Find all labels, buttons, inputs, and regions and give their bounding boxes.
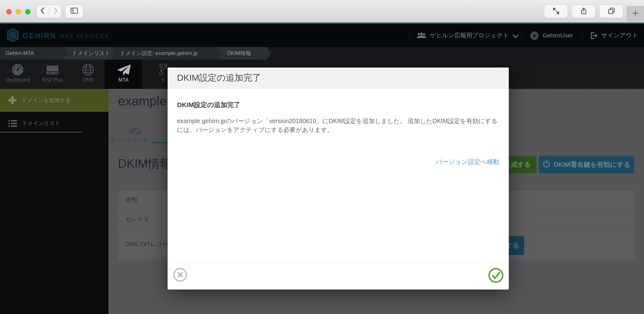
breadcrumb-item-domain-list[interactable]: ドメインリスト bbox=[64, 47, 111, 60]
browser-toolbar bbox=[0, 0, 644, 23]
section-title: DKIM情報 bbox=[118, 156, 172, 172]
fullscreen-button[interactable] bbox=[544, 5, 568, 18]
nav-label: E bbox=[162, 77, 165, 83]
gauge-icon bbox=[128, 123, 142, 136]
logo-text: GEHIRN bbox=[23, 32, 56, 40]
forward-button[interactable] bbox=[49, 5, 62, 18]
project-selector[interactable]: ゲヒルン広報用プロジェクト bbox=[417, 24, 519, 47]
sidebar: ドメインを追加する ドメインリスト bbox=[0, 89, 108, 314]
history-nav-group bbox=[36, 5, 62, 18]
dkim-complete-modal: DKIM設定の追加完了 DKIM設定の追加完了 example.gehirn.j… bbox=[168, 68, 509, 290]
breadcrumb-label: ドメイン設定: example.gehirn.jp bbox=[120, 50, 197, 56]
back-button[interactable] bbox=[37, 5, 49, 18]
row-label: DNS TXTレコード bbox=[125, 240, 174, 248]
header-separator bbox=[410, 28, 410, 43]
avatar-icon bbox=[530, 31, 539, 40]
modal-heading: DKIM設定の追加完了 bbox=[177, 100, 499, 109]
check-circle-icon bbox=[488, 267, 504, 284]
go-to-version-settings-link[interactable]: バージョン設定へ移動 bbox=[436, 158, 499, 166]
window-minimize-button[interactable] bbox=[16, 9, 21, 14]
enable-dkim-label: DKIM署名鍵を有効にする bbox=[553, 160, 630, 169]
enable-dkim-button[interactable]: DKIM署名鍵を有効にする bbox=[539, 156, 634, 173]
share-icon bbox=[580, 7, 588, 16]
site-header: GEHIRN WEB SERVICES ゲヒルン広報用プロジェクト Gehirn… bbox=[0, 24, 644, 47]
modal-message: example.gehirn.jpのバージョン「version20180610」… bbox=[177, 116, 499, 134]
speedometer-icon bbox=[11, 63, 24, 76]
globe-icon bbox=[81, 63, 95, 76]
breadcrumb-label: Gehirn MTA bbox=[6, 50, 34, 56]
share-button[interactable] bbox=[572, 5, 596, 18]
breadcrumb-label: DKIM情報 bbox=[227, 50, 251, 56]
gehirn-hexagon-logo bbox=[7, 28, 19, 44]
nav-label: MTA bbox=[118, 77, 129, 83]
user-menu[interactable]: GehirnUser bbox=[530, 24, 573, 47]
nav-item-rs2-plus[interactable]: RS2 Plus bbox=[37, 60, 68, 89]
header-separator bbox=[582, 28, 583, 43]
nav-label: DNS bbox=[83, 77, 93, 83]
breadcrumb-item-domain-settings[interactable]: ドメイン設定: example.gehirn.jp bbox=[111, 47, 216, 60]
sidebar-item-domain-list[interactable]: ドメインリスト bbox=[0, 112, 108, 135]
gehirn-logo[interactable]: GEHIRN WEB SERVICES bbox=[7, 28, 109, 44]
modal-footer bbox=[168, 262, 509, 290]
tab-overview-button[interactable] bbox=[599, 5, 623, 18]
sidebar-item-label: ドメインを追加する bbox=[22, 97, 71, 104]
new-tab-plus-icon bbox=[631, 9, 640, 19]
dismiss-button[interactable] bbox=[173, 268, 187, 282]
plus-icon bbox=[8, 96, 17, 105]
sidebar-item-add-domain[interactable]: ドメインを追加する bbox=[0, 89, 108, 112]
sidebar-toggle-button[interactable] bbox=[65, 5, 83, 18]
window-close-button[interactable] bbox=[6, 9, 12, 14]
x-circle-icon bbox=[173, 268, 187, 282]
people-icon bbox=[417, 32, 426, 39]
server-icon bbox=[45, 63, 60, 76]
forward-chevron-icon bbox=[52, 7, 59, 16]
row-label: 状態 bbox=[125, 196, 137, 204]
signout-button[interactable]: サインアウト bbox=[590, 24, 638, 47]
modal-header: DKIM設定の追加完了 bbox=[168, 68, 509, 89]
list-icon bbox=[8, 120, 17, 127]
nav-label: Dashboard bbox=[5, 77, 30, 83]
nav-item-dashboard[interactable]: Dashboard bbox=[1, 60, 34, 89]
row-label: セレクタ bbox=[125, 215, 149, 223]
app-window: GEHIRN WEB SERVICES ゲヒルン広報用プロジェクト Gehirn… bbox=[0, 0, 644, 314]
project-name: ゲヒルン広報用プロジェクト bbox=[430, 31, 509, 40]
breadcrumb-item-dkim-info[interactable]: DKIM情報 bbox=[216, 47, 267, 60]
sidebar-divider bbox=[0, 132, 82, 133]
logo-tagline: WEB SERVICES bbox=[59, 34, 109, 39]
paper-plane-icon bbox=[116, 63, 131, 76]
sidebar-toggle-icon bbox=[70, 7, 78, 16]
breadcrumb-label: ドメインリスト bbox=[72, 50, 110, 56]
chevron-down-icon bbox=[513, 35, 519, 38]
signout-label: サインアウト bbox=[601, 31, 638, 40]
tab-overview-icon bbox=[608, 7, 615, 16]
window-zoom-button[interactable] bbox=[25, 9, 31, 14]
nav-label: RS2 Plus bbox=[42, 77, 63, 83]
nav-item-mta[interactable]: MTA bbox=[105, 60, 142, 89]
modal-title: DKIM設定の追加完了 bbox=[177, 72, 261, 84]
nav-item-dns[interactable]: DNS bbox=[72, 60, 104, 89]
sidebar-item-label: ドメインリスト bbox=[22, 120, 60, 127]
back-chevron-icon bbox=[39, 7, 47, 16]
power-icon bbox=[543, 160, 550, 169]
fullscreen-icon bbox=[552, 7, 560, 16]
modal-body: DKIM設定の追加完了 example.gehirn.jpのバージョン「vers… bbox=[168, 100, 509, 134]
breadcrumb-item-gehirn-mta[interactable]: Gehirn MTA bbox=[0, 47, 64, 60]
breadcrumb: Gehirn MTA ドメインリスト ドメイン設定: example.gehir… bbox=[0, 47, 644, 60]
new-tab-button[interactable] bbox=[627, 6, 644, 21]
header-separator bbox=[522, 28, 522, 43]
user-name: GehirnUser bbox=[542, 32, 573, 39]
signout-icon bbox=[590, 32, 598, 40]
tab-dashboard[interactable]: ダッシュボード bbox=[110, 137, 148, 144]
confirm-button[interactable] bbox=[488, 267, 504, 284]
